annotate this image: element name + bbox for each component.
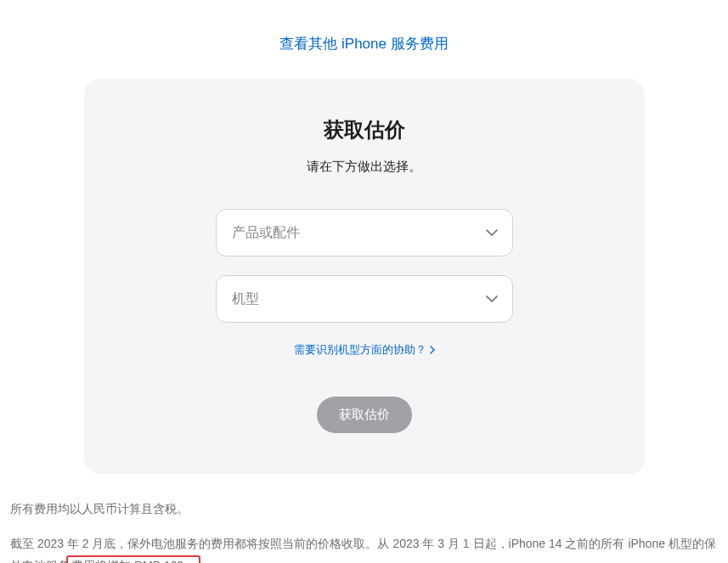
help-link-container: 需要识别机型方面的协助？ (118, 341, 611, 358)
chevron-right-icon (430, 346, 435, 354)
estimate-card: 获取估价 请在下方做出选择。 产品或配件 机型 需要识别机型方面的协助？ 获取估… (84, 79, 645, 474)
top-link-container: 查看其他 iPhone 服务费用 (0, 0, 728, 79)
footer-text: 所有费用均以人民币计算且含税。 截至 2023 年 2 月底，保外电池服务的费用… (0, 474, 728, 563)
get-estimate-button[interactable]: 获取估价 (317, 397, 412, 433)
view-other-fees-link[interactable]: 查看其他 iPhone 服务费用 (279, 36, 448, 52)
card-title: 获取估价 (118, 116, 611, 144)
footer-tax-note: 所有费用均以人民币计算且含税。 (10, 498, 718, 521)
identify-model-help-link[interactable]: 需要识别机型方面的协助？ (294, 342, 435, 358)
product-select-wrapper: 产品或配件 (216, 209, 513, 256)
product-select[interactable]: 产品或配件 (216, 209, 513, 256)
help-link-text: 需要识别机型方面的协助？ (294, 342, 426, 358)
model-select-wrapper: 机型 (216, 275, 513, 323)
model-select[interactable]: 机型 (216, 275, 513, 323)
footer-price-note: 截至 2023 年 2 月底，保外电池服务的费用都将按照当前的价格收取。从 20… (10, 532, 718, 563)
price-highlight: 费用将增加 RMB 169。 (66, 555, 200, 563)
card-subtitle: 请在下方做出选择。 (118, 159, 611, 175)
